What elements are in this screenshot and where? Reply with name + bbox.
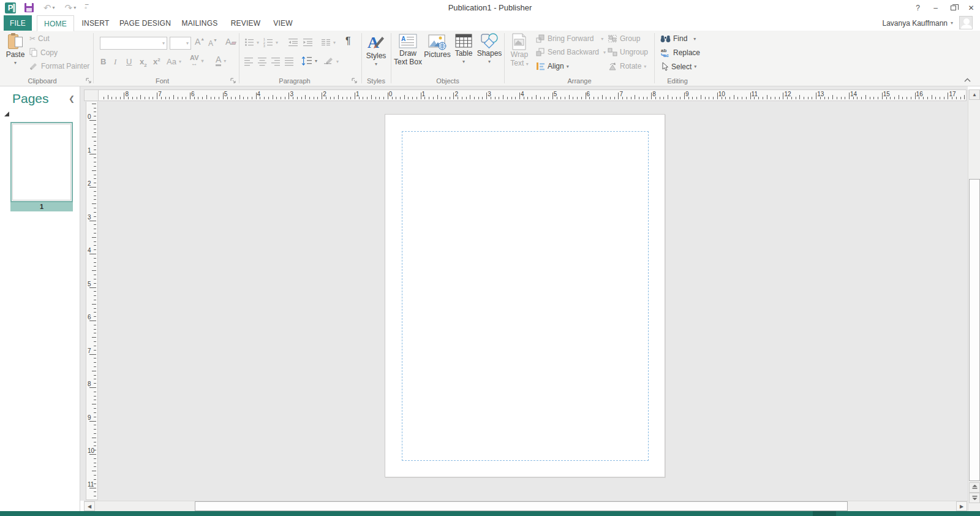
tab-file[interactable]: FILE bbox=[4, 15, 32, 31]
vertical-scrollbar-thumb[interactable] bbox=[969, 179, 980, 481]
character-spacing-icon: AV↔ bbox=[190, 55, 198, 66]
underline-button[interactable]: U bbox=[126, 57, 132, 66]
table-dropdown-icon[interactable]: ▾ bbox=[462, 58, 465, 66]
tab-review[interactable]: REVIEW bbox=[228, 15, 263, 31]
vertical-ruler[interactable]: 01234567891011 bbox=[86, 102, 98, 500]
cut-button[interactable]: ✂ Cut bbox=[29, 34, 50, 43]
line-spacing-button[interactable]: ▾ bbox=[301, 56, 317, 66]
restore-button[interactable] bbox=[944, 0, 962, 15]
collapse-pages-panel-icon[interactable]: ❮ bbox=[69, 94, 75, 103]
align-left-button[interactable] bbox=[244, 57, 254, 66]
find-dropdown-icon: ▾ bbox=[693, 36, 696, 42]
numbering-button[interactable]: 123 ▾ bbox=[263, 37, 278, 47]
status-bar-segment[interactable] bbox=[813, 511, 836, 516]
group-button[interactable]: Group bbox=[608, 34, 640, 43]
scroll-left-button[interactable]: ◀ bbox=[84, 501, 95, 511]
line-spacing-icon bbox=[301, 56, 312, 66]
tab-mailings[interactable]: MAILINGS bbox=[178, 15, 222, 31]
align-button[interactable]: Align ▾ bbox=[536, 62, 569, 70]
bold-button[interactable]: B bbox=[100, 57, 106, 66]
font-dialog-launcher[interactable] bbox=[230, 78, 238, 85]
replace-button[interactable]: abac Replace bbox=[660, 48, 700, 57]
shapes-dropdown-icon[interactable]: ▾ bbox=[488, 58, 491, 66]
tab-page-design[interactable]: PAGE DESIGN bbox=[119, 15, 172, 31]
page-thumbnail-1[interactable] bbox=[10, 122, 73, 202]
bring-forward-button[interactable]: Bring Forward ▾ bbox=[536, 34, 603, 43]
format-painter-button[interactable]: Format Painter bbox=[29, 62, 89, 70]
close-button[interactable]: ✕ bbox=[962, 0, 980, 15]
select-button[interactable]: Select ▾ bbox=[660, 62, 696, 71]
minimize-button[interactable]: – bbox=[927, 0, 944, 15]
styles-icon: A bbox=[366, 33, 386, 51]
pages-panel: Pages ❮ 1 bbox=[0, 86, 80, 511]
find-label: Find bbox=[673, 34, 687, 43]
paste-dropdown-icon[interactable]: ▾ bbox=[14, 59, 17, 67]
copy-button[interactable]: Copy bbox=[29, 48, 58, 57]
styles-button[interactable]: A Styles ▾ bbox=[364, 33, 388, 69]
superscript-button[interactable]: x2 bbox=[153, 57, 160, 66]
ungroup-button[interactable]: Ungroup bbox=[608, 48, 648, 56]
pages-expander-icon[interactable] bbox=[4, 112, 9, 116]
font-color-button[interactable]: A ▾ bbox=[216, 56, 226, 66]
pictures-button[interactable]: Pictures bbox=[424, 33, 451, 59]
increase-indent-button[interactable] bbox=[303, 37, 313, 47]
rotate-button[interactable]: Rotate ▾ bbox=[608, 62, 646, 70]
table-button[interactable]: Table ▾ bbox=[452, 33, 475, 66]
ruler-origin-box[interactable] bbox=[84, 89, 99, 101]
align-center-button[interactable] bbox=[257, 57, 267, 66]
clear-formatting-button[interactable]: A bbox=[225, 37, 236, 47]
paragraph-dialog-launcher[interactable] bbox=[352, 78, 359, 85]
find-button[interactable]: Find ▾ bbox=[660, 34, 696, 43]
shapes-button[interactable]: Shapes ▾ bbox=[477, 33, 502, 66]
tab-insert[interactable]: INSERT bbox=[80, 15, 111, 31]
font-name-dropdown-icon[interactable]: ▾ bbox=[162, 40, 165, 46]
styles-dropdown-icon[interactable]: ▾ bbox=[375, 60, 377, 69]
next-page-button[interactable] bbox=[969, 493, 980, 503]
horizontal-scrollbar-thumb[interactable] bbox=[195, 501, 848, 511]
font-size-combo[interactable]: ▾ bbox=[170, 37, 191, 50]
special-characters-button[interactable]: ¶ bbox=[345, 36, 351, 47]
previous-page-button[interactable] bbox=[969, 482, 980, 493]
scroll-up-button[interactable]: ▲ bbox=[969, 89, 980, 100]
draw-text-box-button[interactable]: A Draw Text Box bbox=[393, 33, 423, 66]
decrease-indent-button[interactable] bbox=[288, 37, 298, 47]
tab-home[interactable]: HOME bbox=[37, 15, 74, 31]
user-avatar[interactable] bbox=[959, 16, 973, 29]
collapse-ribbon-button[interactable] bbox=[962, 75, 973, 84]
subscript-button[interactable]: x2 bbox=[140, 57, 147, 68]
character-spacing-button[interactable]: AV↔ ▾ bbox=[190, 55, 203, 66]
font-size-dropdown-icon[interactable]: ▾ bbox=[186, 40, 189, 46]
draw-text-box-label-1: Draw bbox=[399, 49, 417, 58]
draw-text-box-label-2: Text Box bbox=[394, 58, 422, 66]
svg-text:ac: ac bbox=[663, 53, 669, 58]
grow-font-button[interactable]: A▲ bbox=[195, 37, 205, 47]
align-left-icon bbox=[244, 57, 254, 66]
shrink-font-button[interactable]: A▼ bbox=[208, 38, 217, 48]
font-name-combo[interactable]: ▾ bbox=[100, 37, 167, 50]
italic-button[interactable]: I bbox=[114, 57, 116, 67]
send-backward-button[interactable]: Send Backward ▾ bbox=[536, 48, 606, 56]
user-account[interactable]: Lavanya Kauffmann ▾ bbox=[882, 15, 953, 31]
columns-button[interactable]: ▾ bbox=[321, 37, 336, 47]
rotate-dropdown-icon: ▾ bbox=[644, 64, 646, 69]
bullets-button[interactable]: ▾ bbox=[244, 37, 259, 47]
change-case-button[interactable]: Aa▾ bbox=[167, 57, 181, 66]
clipboard-dialog-launcher[interactable] bbox=[86, 78, 93, 85]
scroll-right-button[interactable]: ▶ bbox=[956, 501, 967, 511]
help-button[interactable]: ? bbox=[909, 0, 927, 15]
paste-button[interactable]: Paste ▾ bbox=[5, 34, 26, 67]
publisher-window: P ↶▾ ↷▾ ▫̅ Publication1 - Publisher ? – … bbox=[0, 0, 980, 516]
increase-indent-icon bbox=[303, 37, 313, 47]
group-label: Group bbox=[620, 34, 640, 43]
publication-page[interactable] bbox=[385, 114, 665, 477]
horizontal-scrollbar[interactable]: ◀ ▶ bbox=[84, 501, 968, 511]
wrap-text-button[interactable]: Wrap Text ▾ bbox=[507, 33, 532, 69]
page-thumbnail-number[interactable]: 1 bbox=[10, 202, 73, 211]
horizontal-ruler[interactable]: 8765432101234567891011121314151617 bbox=[84, 89, 967, 101]
justify-button[interactable] bbox=[284, 57, 294, 66]
align-right-button[interactable] bbox=[271, 57, 281, 66]
pictures-label: Pictures bbox=[424, 50, 450, 59]
borders-button[interactable]: ▾ bbox=[323, 57, 339, 66]
vertical-scrollbar[interactable]: ▲ bbox=[968, 89, 980, 511]
tab-view[interactable]: VIEW bbox=[268, 15, 298, 31]
